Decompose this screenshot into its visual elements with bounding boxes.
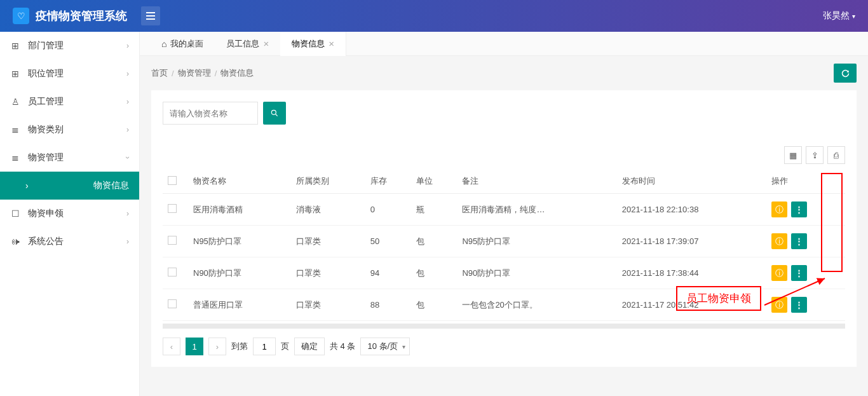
- sidebar-item-notice[interactable]: 🕪系统公告›: [0, 228, 139, 256]
- tab-bar: ⌂我的桌面 员工信息× 物资信息×: [140, 32, 868, 56]
- annotation-label: 员工物资申领: [676, 286, 761, 311]
- sidebar-toggle-button[interactable]: [141, 6, 160, 25]
- cell-name: N95防护口罩: [188, 226, 291, 257]
- row-checkbox[interactable]: [168, 299, 177, 308]
- print-button[interactable]: ⎙: [827, 146, 845, 164]
- cell-unit: 包: [411, 289, 457, 321]
- annotation-box: [821, 173, 843, 272]
- more-button[interactable]: ⋮: [791, 297, 807, 313]
- refresh-button[interactable]: [834, 64, 857, 83]
- goto-label: 到第: [231, 341, 248, 352]
- refresh-icon: [841, 69, 850, 78]
- search-icon: [270, 109, 279, 118]
- tab-material-info[interactable]: 物资信息×: [280, 32, 346, 56]
- col-header: 单位: [411, 169, 457, 194]
- sidebar-item-position[interactable]: ⊞职位管理›: [0, 60, 139, 88]
- more-icon: ⋮: [795, 300, 803, 310]
- breadcrumb: 首页/ 物资管理/ 物资信息: [140, 56, 868, 90]
- cell-category: 口罩类: [291, 289, 365, 321]
- sidebar-item-category[interactable]: ≣物资类别›: [0, 116, 139, 144]
- table-row: N90防护口罩口罩类94包N90防护口罩2021-11-18 17:38:44ⓘ…: [163, 257, 845, 289]
- cell-stock: 0: [365, 194, 411, 226]
- cell-stock: 94: [365, 257, 411, 289]
- row-checkbox[interactable]: [168, 236, 177, 245]
- more-icon: ⋮: [795, 236, 803, 246]
- info-icon: ⓘ: [775, 268, 783, 279]
- home-icon: ⌂: [161, 39, 166, 49]
- cell-category: 口罩类: [291, 226, 365, 257]
- cell-time: 2021-11-18 17:39:07: [617, 226, 766, 257]
- svg-point-0: [271, 110, 276, 114]
- page-1-button[interactable]: 1: [186, 338, 203, 355]
- columns-button[interactable]: ▦: [784, 146, 802, 164]
- info-icon: ⓘ: [775, 236, 783, 247]
- cell-time: 2021-11-18 22:10:38: [617, 194, 766, 226]
- more-icon: ⋮: [795, 205, 803, 214]
- caret-down-icon: ▾: [852, 13, 855, 20]
- cell-category: 消毒液: [291, 194, 365, 226]
- cell-time: 2021-11-18 17:38:44: [617, 257, 766, 289]
- prev-page-button[interactable]: ‹: [163, 338, 180, 355]
- cell-remark: 一包包含20个口罩。: [457, 289, 616, 321]
- export-button[interactable]: ⇪: [806, 146, 824, 164]
- apply-button[interactable]: ⓘ: [771, 233, 787, 249]
- cell-stock: 50: [365, 226, 411, 257]
- pagination: ‹ 1 › 到第 页 确定 共 4 条 10 条/页: [163, 338, 845, 355]
- table-row: N95防护口罩口罩类50包N95防护口罩2021-11-18 17:39:07ⓘ…: [163, 226, 845, 257]
- more-icon: ⋮: [795, 268, 803, 278]
- apply-button[interactable]: ⓘ: [771, 201, 787, 217]
- total-label: 共 4 条: [330, 341, 355, 352]
- table-row: 医用消毒酒精消毒液0瓶医用消毒酒精，纯度…2021-11-18 22:10:38…: [163, 194, 845, 226]
- info-icon: ⓘ: [775, 204, 783, 215]
- next-page-button[interactable]: ›: [208, 338, 226, 355]
- cell-remark: N90防护口罩: [457, 257, 616, 289]
- col-header: 发布时间: [617, 169, 766, 194]
- goto-confirm-button[interactable]: 确定: [294, 338, 325, 355]
- app-title: 疫情物资管理系统: [36, 8, 127, 24]
- more-button[interactable]: ⋮: [791, 265, 807, 281]
- sidebar-item-employee[interactable]: ♙员工管理›: [0, 88, 139, 116]
- logo: ♡ 疫情物资管理系统: [13, 8, 127, 24]
- sidebar-item-material-mgmt[interactable]: ≣物资管理›: [0, 144, 139, 172]
- cell-unit: 瓶: [411, 194, 457, 226]
- close-icon[interactable]: ×: [263, 38, 269, 49]
- horizontal-scrollbar[interactable]: [163, 324, 845, 329]
- app-header: ♡ 疫情物资管理系统 张昊然 ▾: [0, 0, 868, 32]
- sidebar-sub-material-info[interactable]: ›物资信息: [0, 172, 139, 200]
- per-page-select[interactable]: 10 条/页: [360, 338, 410, 355]
- search-button[interactable]: [263, 102, 286, 125]
- sidebar: ⊞部门管理› ⊞职位管理› ♙员工管理› ≣物资类别› ≣物资管理› ›物资信息…: [0, 32, 140, 396]
- search-input[interactable]: [163, 102, 258, 125]
- user-name: 张昊然: [823, 10, 850, 22]
- svg-line-1: [276, 114, 278, 116]
- cell-stock: 88: [365, 289, 411, 321]
- cell-name: 普通医用口罩: [188, 289, 291, 321]
- sidebar-item-apply[interactable]: ☐物资申领›: [0, 200, 139, 228]
- tab-home[interactable]: ⌂我的桌面: [150, 32, 215, 56]
- select-all-checkbox[interactable]: [168, 176, 177, 185]
- grid-icon: ▦: [789, 151, 797, 160]
- apply-button[interactable]: ⓘ: [771, 297, 787, 313]
- cell-remark: N95防护口罩: [457, 226, 616, 257]
- col-header: 库存: [365, 169, 411, 194]
- col-header: 所属类别: [291, 169, 365, 194]
- goto-page-input[interactable]: [253, 338, 276, 355]
- tab-employee-info[interactable]: 员工信息×: [215, 32, 280, 56]
- apply-button[interactable]: ⓘ: [771, 265, 787, 281]
- content-card: ▦ ⇪ ⎙ 物资名称所属类别库存单位备注发布时间操作 医用消毒酒精消毒液0瓶医用…: [151, 90, 857, 367]
- shield-heart-icon: ♡: [13, 8, 29, 24]
- more-button[interactable]: ⋮: [791, 233, 807, 249]
- print-icon: ⎙: [834, 151, 839, 160]
- export-icon: ⇪: [811, 151, 818, 160]
- cell-name: 医用消毒酒精: [188, 194, 291, 226]
- cell-remark: 医用消毒酒精，纯度…: [457, 194, 616, 226]
- col-header: 物资名称: [188, 169, 291, 194]
- cell-unit: 包: [411, 226, 457, 257]
- row-checkbox[interactable]: [168, 268, 177, 277]
- close-icon[interactable]: ×: [329, 38, 334, 49]
- row-checkbox[interactable]: [168, 204, 177, 213]
- col-header: [163, 169, 188, 194]
- more-button[interactable]: ⋮: [791, 201, 807, 217]
- sidebar-item-dept[interactable]: ⊞部门管理›: [0, 32, 139, 60]
- user-menu[interactable]: 张昊然 ▾: [823, 10, 855, 22]
